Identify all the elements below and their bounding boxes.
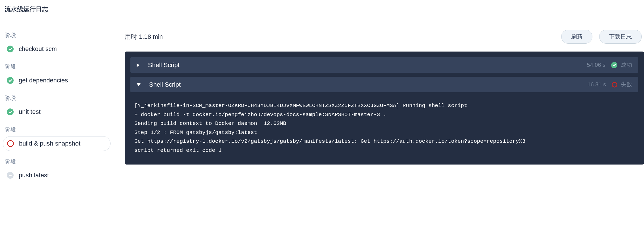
step-name: Shell Script bbox=[149, 81, 587, 88]
actions: 刷新 下载日志 bbox=[561, 30, 644, 44]
stage-item-get-dependencies[interactable]: get dependencies bbox=[3, 73, 111, 88]
step-time: 54.06 s bbox=[587, 62, 605, 68]
step-name: Shell Script bbox=[148, 61, 587, 69]
stage-item-checkout-scm[interactable]: checkout scm bbox=[3, 42, 111, 56]
error-circle-icon bbox=[7, 140, 14, 147]
chevron-right-icon bbox=[137, 63, 139, 67]
stage-name: push latest bbox=[19, 172, 49, 179]
stage-label: 阶段 bbox=[3, 30, 111, 42]
step-status: 成功 bbox=[621, 61, 632, 69]
page-title: 流水线运行日志 bbox=[5, 5, 639, 14]
step-status: 失败 bbox=[621, 81, 632, 88]
step-row[interactable]: Shell Script 54.06 s 成功 bbox=[130, 57, 638, 73]
pending-icon bbox=[7, 172, 14, 179]
check-circle-icon bbox=[7, 108, 14, 115]
stage-label: 阶段 bbox=[3, 156, 111, 168]
stage-item-build-push-snapshot[interactable]: build & push snapshot bbox=[3, 136, 111, 151]
error-circle-icon bbox=[612, 82, 617, 88]
chevron-down-icon bbox=[137, 83, 141, 86]
sidebar: 阶段 checkout scm 阶段 get dependencies 阶段 u… bbox=[0, 25, 113, 193]
check-circle-icon bbox=[7, 77, 14, 84]
stage-label: 阶段 bbox=[3, 93, 111, 105]
stage-label: 阶段 bbox=[3, 61, 111, 73]
refresh-button[interactable]: 刷新 bbox=[561, 30, 592, 44]
main-header: 用时 1.18 min 刷新 下载日志 bbox=[125, 30, 644, 44]
log-panel: Shell Script 54.06 s 成功 Shell Script 16.… bbox=[125, 52, 644, 165]
page-header: 流水线运行日志 bbox=[0, 0, 644, 19]
stage-item-unit-test[interactable]: unit test bbox=[3, 105, 111, 119]
check-circle-icon bbox=[611, 62, 617, 68]
check-circle-icon bbox=[7, 46, 14, 52]
stage-name: get dependencies bbox=[19, 77, 68, 84]
step-row[interactable]: Shell Script 16.31 s 失败 bbox=[130, 77, 638, 92]
duration-label: 用时 1.18 min bbox=[125, 33, 163, 41]
log-output: [Y_jenkinsfile-in-SCM_master-OZKRDPUH43Y… bbox=[125, 96, 644, 156]
step-time: 16.31 s bbox=[587, 81, 606, 88]
stage-label: 阶段 bbox=[3, 124, 111, 136]
stage-item-push-latest[interactable]: push latest bbox=[3, 168, 111, 182]
main-panel: 用时 1.18 min 刷新 下载日志 Shell Script 54.06 s… bbox=[113, 25, 644, 193]
stage-name: unit test bbox=[19, 108, 41, 116]
stage-name: checkout scm bbox=[19, 45, 57, 53]
download-log-button[interactable]: 下载日志 bbox=[599, 30, 642, 44]
content: 阶段 checkout scm 阶段 get dependencies 阶段 u… bbox=[0, 19, 644, 193]
stage-name: build & push snapshot bbox=[19, 140, 80, 147]
